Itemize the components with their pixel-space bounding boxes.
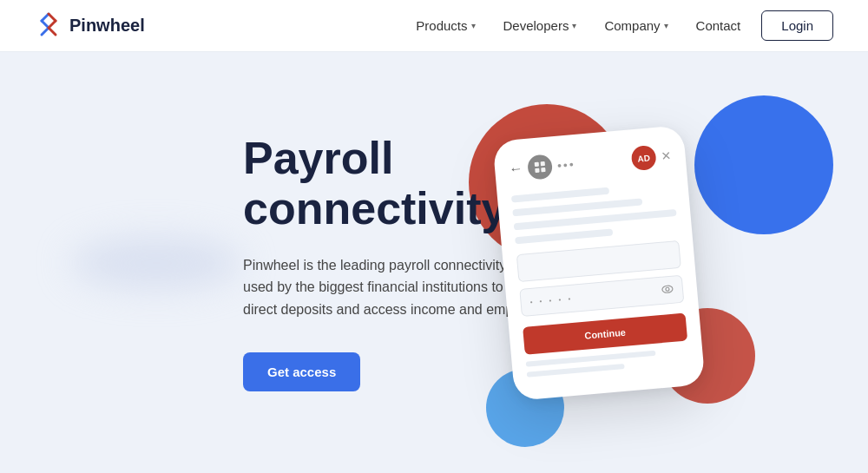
svg-rect-8 xyxy=(535,168,539,172)
svg-point-11 xyxy=(666,287,669,291)
phone-close-icon: ✕ xyxy=(661,148,672,163)
phone-eye-icon xyxy=(661,284,674,295)
svg-line-0 xyxy=(42,14,49,21)
svg-point-10 xyxy=(662,285,674,292)
decorative-circle-blue-large xyxy=(694,95,833,234)
phone-brand-icon: AD xyxy=(630,144,656,170)
nav-contact[interactable]: Contact xyxy=(696,18,741,33)
svg-line-3 xyxy=(49,21,56,28)
svg-rect-7 xyxy=(541,161,545,165)
svg-line-2 xyxy=(42,21,49,28)
phone-password-dots: • • • • • xyxy=(529,294,574,305)
logo-icon xyxy=(35,12,62,40)
chevron-down-icon: ▾ xyxy=(572,21,576,30)
svg-line-4 xyxy=(42,28,49,35)
svg-line-1 xyxy=(49,14,56,21)
svg-rect-6 xyxy=(535,161,539,166)
phone-top-bar: ← ••• AD ✕ xyxy=(508,143,673,181)
navbar: Pinwheel Products ▾ Developers ▾ Company… xyxy=(0,0,868,52)
hero-section: Payroll connectivity Pinwheel is the lea… xyxy=(0,52,868,473)
login-button[interactable]: Login xyxy=(761,10,833,41)
phone-content-line-1 xyxy=(511,187,609,202)
nav-products[interactable]: Products ▾ xyxy=(416,18,475,33)
svg-line-5 xyxy=(49,28,56,35)
phone-mockup: ← ••• AD ✕ • • • • • xyxy=(492,124,705,400)
nav-developers[interactable]: Developers ▾ xyxy=(503,18,577,33)
phone-password-field[interactable]: • • • • • xyxy=(519,274,684,316)
logo-link[interactable]: Pinwheel xyxy=(35,12,145,40)
nav-company[interactable]: Company ▾ xyxy=(604,18,667,33)
get-access-button[interactable]: Get access xyxy=(243,352,360,391)
decorative-shadow xyxy=(69,237,243,289)
chevron-down-icon: ▾ xyxy=(471,21,476,30)
svg-rect-9 xyxy=(541,167,545,171)
phone-input-field[interactable] xyxy=(516,240,681,281)
phone-app-icon xyxy=(527,154,553,180)
phone-continue-button[interactable]: Continue xyxy=(523,312,687,354)
chevron-down-icon: ▾ xyxy=(664,21,668,30)
nav-links: Products ▾ Developers ▾ Company ▾ Contac… xyxy=(416,18,740,33)
phone-menu-dots: ••• xyxy=(556,152,627,172)
phone-content-line-4 xyxy=(515,228,613,244)
phone-back-icon: ← xyxy=(508,161,523,177)
logo-text: Pinwheel xyxy=(69,16,145,36)
